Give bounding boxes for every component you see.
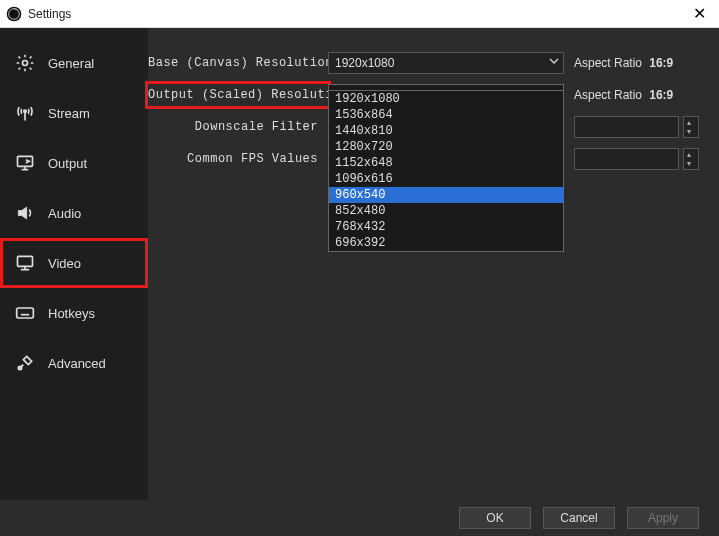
svg-point-2 [23, 61, 28, 66]
tools-icon [14, 352, 36, 374]
label-downscale-filter: Downscale Filter [148, 120, 328, 134]
resolution-option[interactable]: 768x432 [329, 219, 563, 235]
resolution-option[interactable]: 852x480 [329, 203, 563, 219]
speaker-icon [14, 202, 36, 224]
fps-value-combo[interactable] [574, 148, 679, 170]
sidebar: General Stream Output Audio [0, 28, 148, 500]
video-settings-panel: Base (Canvas) Resolution 1920x1080 Aspec… [148, 28, 719, 500]
output-resolution-dropdown[interactable]: 1920x10801536x8641440x8101280x7201152x64… [328, 90, 564, 252]
fps-value-spinner[interactable] [683, 148, 699, 170]
sidebar-item-label: Output [48, 156, 87, 171]
resolution-option[interactable]: 1440x810 [329, 123, 563, 139]
resolution-option[interactable]: 1096x616 [329, 171, 563, 187]
close-icon[interactable]: ✕ [685, 4, 713, 23]
sidebar-item-general[interactable]: General [0, 38, 148, 88]
sidebar-item-hotkeys[interactable]: Hotkeys [0, 288, 148, 338]
sidebar-item-label: Hotkeys [48, 306, 95, 321]
sidebar-item-label: Video [48, 256, 81, 271]
sidebar-item-output[interactable]: Output [0, 138, 148, 188]
titlebar: Settings ✕ [0, 0, 719, 28]
cancel-button[interactable]: Cancel [543, 507, 615, 529]
label-fps: Common FPS Values [148, 152, 328, 166]
resolution-option[interactable]: 960x540 [329, 187, 563, 203]
sidebar-item-label: Audio [48, 206, 81, 221]
row-base-resolution: Base (Canvas) Resolution 1920x1080 Aspec… [148, 48, 699, 78]
resolution-option[interactable]: 1920x1080 [329, 91, 563, 107]
chevron-down-icon [549, 56, 559, 66]
output-aspect-label: Aspect Ratio 16:9 [564, 88, 673, 103]
ok-button[interactable]: OK [459, 507, 531, 529]
svg-rect-8 [18, 256, 33, 266]
apply-button[interactable]: Apply [627, 507, 699, 529]
sidebar-item-label: General [48, 56, 94, 71]
sidebar-item-stream[interactable]: Stream [0, 88, 148, 138]
obs-logo-icon [6, 6, 22, 22]
base-aspect-label: Aspect Ratio 16:9 [564, 56, 673, 71]
footer: OK Cancel Apply [0, 500, 719, 536]
sidebar-item-label: Advanced [48, 356, 106, 371]
monitor-icon [14, 252, 36, 274]
base-resolution-value: 1920x1080 [335, 56, 394, 70]
window-title: Settings [28, 7, 685, 21]
label-output-resolution: Output (Scaled) Resolution [148, 84, 328, 106]
sidebar-item-video[interactable]: Video [0, 238, 148, 288]
broadcast-icon [14, 102, 36, 124]
sidebar-item-advanced[interactable]: Advanced [0, 338, 148, 388]
resolution-option[interactable]: 1152x648 [329, 155, 563, 171]
sidebar-item-label: Stream [48, 106, 90, 121]
downscale-filter-spinner[interactable] [683, 116, 699, 138]
label-base-resolution: Base (Canvas) Resolution [148, 56, 328, 70]
sidebar-item-audio[interactable]: Audio [0, 188, 148, 238]
resolution-option[interactable]: 696x392 [329, 235, 563, 251]
downscale-filter-combo[interactable] [574, 116, 679, 138]
monitor-arrow-icon [14, 152, 36, 174]
keyboard-icon [14, 302, 36, 324]
base-resolution-combo[interactable]: 1920x1080 [328, 52, 564, 74]
resolution-option[interactable]: 1280x720 [329, 139, 563, 155]
svg-rect-11 [17, 308, 34, 318]
resolution-option[interactable]: 1536x864 [329, 107, 563, 123]
gear-icon [14, 52, 36, 74]
